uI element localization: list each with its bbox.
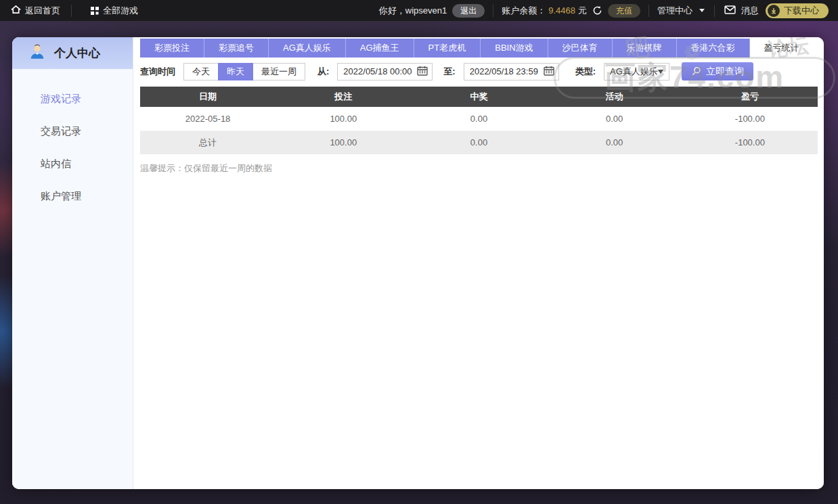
tab-bbin-games[interactable]: BBIN游戏: [481, 39, 548, 58]
table-header-row: 日期 投注 中奖 活动 盈亏: [140, 87, 818, 107]
cell-bet: 100.00: [275, 131, 411, 154]
to-date-input[interactable]: [470, 66, 539, 76]
tab-hk-lottery[interactable]: 香港六合彩: [677, 39, 750, 58]
chevron-down-icon: [699, 9, 705, 12]
from-label: 从:: [317, 66, 329, 78]
messages-link[interactable]: 消息: [724, 5, 759, 17]
to-label: 至:: [443, 66, 455, 78]
sidebar: 个人中心 游戏记录 交易记录 站内信 账户管理: [12, 37, 133, 489]
cell-activity: 0.00: [547, 107, 682, 131]
cell-activity: 0.00: [547, 131, 682, 154]
to-date-box: [464, 63, 559, 81]
query-now-button[interactable]: 立即查询: [682, 62, 753, 81]
content-area: 彩票投注 彩票追号 AG真人娱乐 AG捕鱼王 PT老虎机 BBIN游戏 沙巴体育…: [133, 37, 824, 489]
table-row: 2022-05-18 100.00 0.00 0.00 -100.00: [140, 107, 818, 131]
col-win: 中奖: [411, 87, 546, 107]
main-card: 个人中心 游戏记录 交易记录 站内信 账户管理 彩票投注 彩票追号 AG真人娱乐…: [12, 37, 824, 489]
col-bet: 投注: [275, 87, 411, 107]
logout-button[interactable]: 退出: [452, 4, 485, 18]
type-label: 类型:: [575, 66, 596, 78]
download-icon: [768, 5, 780, 17]
balance-value: 9.4468: [548, 5, 575, 16]
sidebar-item-game-records[interactable]: 游戏记录: [12, 91, 133, 123]
sidebar-item-account-management[interactable]: 账户管理: [12, 188, 133, 221]
all-games-link[interactable]: 全部游戏: [80, 0, 149, 21]
cell-date: 2022-05-18: [140, 107, 275, 131]
cell-win: 0.00: [411, 131, 546, 154]
search-icon: [691, 66, 701, 76]
tab-ag-fishing[interactable]: AG捕鱼王: [346, 39, 414, 58]
sidebar-header: 个人中心: [12, 37, 133, 69]
balance-unit: 元: [578, 5, 587, 17]
cell-bet: 100.00: [275, 107, 411, 131]
tab-saba-sports[interactable]: 沙巴体育: [548, 39, 613, 58]
retention-note: 温馨提示：仅保留最近一周的数据: [140, 162, 818, 175]
messages-label: 消息: [741, 5, 759, 17]
last-week-button[interactable]: 最近一周: [252, 63, 305, 81]
tab-leyou-chess[interactable]: 乐游棋牌: [613, 39, 677, 58]
type-select-value: AG真人娱乐: [610, 66, 658, 78]
tab-lottery-bet[interactable]: 彩票投注: [140, 39, 204, 58]
filter-bar: 查询时间 今天 昨天 最近一周 从: 至: 类型:: [140, 62, 818, 81]
query-now-label: 立即查询: [706, 66, 744, 78]
cell-profit-loss: -100.00: [682, 131, 818, 154]
query-time-label: 查询时间: [140, 66, 175, 78]
col-activity: 活动: [547, 87, 682, 107]
admin-center-label: 管理中心: [657, 5, 692, 17]
chevron-down-icon: [658, 70, 663, 74]
cell-total-label: 总计: [140, 131, 275, 154]
envelope-icon: [724, 5, 736, 16]
type-select[interactable]: AG真人娱乐: [604, 63, 669, 81]
stats-table: 日期 投注 中奖 活动 盈亏 2022-05-18 100.00 0.00 0.…: [140, 87, 818, 154]
tab-profit-loss-stats[interactable]: 盈亏统计: [750, 39, 814, 58]
grid-icon: [91, 7, 99, 15]
home-icon: [11, 5, 21, 16]
all-games-label: 全部游戏: [103, 5, 138, 17]
col-date: 日期: [140, 87, 275, 107]
tab-pt-slots[interactable]: PT老虎机: [414, 39, 481, 58]
top-navbar: 返回首页 全部游戏 你好，wipseven1 退出 账户余额： 9.4468 元…: [0, 0, 838, 21]
sidebar-menu: 游戏记录 交易记录 站内信 账户管理: [12, 69, 133, 221]
cell-win: 0.00: [411, 107, 546, 131]
page-title: 个人中心: [54, 45, 100, 61]
calendar-icon[interactable]: [417, 66, 428, 78]
table-total-row: 总计 100.00 0.00 0.00 -100.00: [140, 131, 818, 154]
tab-bar: 彩票投注 彩票追号 AG真人娱乐 AG捕鱼王 PT老虎机 BBIN游戏 沙巴体育…: [140, 39, 818, 58]
from-date-input[interactable]: [343, 66, 413, 76]
back-home-link[interactable]: 返回首页: [0, 0, 71, 21]
cell-profit-loss: -100.00: [682, 107, 818, 131]
tab-lottery-chase[interactable]: 彩票追号: [204, 39, 269, 58]
navbar-divider: [71, 5, 72, 17]
sidebar-item-site-mail[interactable]: 站内信: [12, 156, 133, 188]
sidebar-item-transaction-records[interactable]: 交易记录: [12, 123, 133, 156]
today-button[interactable]: 今天: [183, 63, 219, 81]
back-home-label: 返回首页: [25, 5, 60, 17]
download-center-button[interactable]: 下载中心: [766, 3, 829, 18]
calendar-icon[interactable]: [544, 66, 554, 78]
refresh-balance-icon[interactable]: [592, 5, 602, 16]
from-date-box: [337, 63, 433, 81]
balance-label: 账户余额：: [502, 5, 546, 17]
col-profit-loss: 盈亏: [682, 87, 818, 107]
recharge-button[interactable]: 充值: [608, 4, 640, 18]
tab-ag-live[interactable]: AG真人娱乐: [269, 39, 346, 58]
navbar-divider: [648, 5, 649, 17]
yesterday-button[interactable]: 昨天: [218, 63, 253, 81]
navbar-divider: [493, 5, 493, 17]
admin-center-menu[interactable]: 管理中心: [657, 5, 705, 17]
greeting-text: 你好，wipseven1: [379, 5, 447, 17]
download-center-label: 下载中心: [784, 5, 819, 17]
avatar: [28, 43, 46, 64]
navbar-divider: [714, 5, 715, 17]
time-range-button-group: 今天 昨天 最近一周: [183, 63, 305, 81]
